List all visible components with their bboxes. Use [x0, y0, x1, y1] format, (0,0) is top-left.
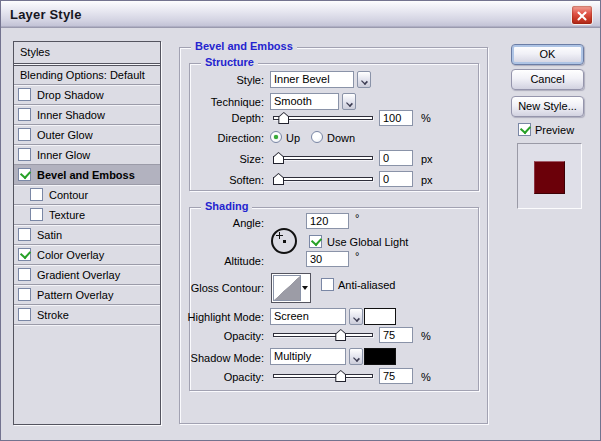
size-unit: px	[421, 153, 433, 165]
sidebar-item-label: Gradient Overlay	[37, 269, 120, 281]
sidebar-item-label: Inner Glow	[37, 149, 90, 161]
sidebar-item-label: Inner Shadow	[37, 109, 105, 121]
gloss-contour-picker[interactable]	[271, 273, 311, 303]
anti-aliased-checkbox[interactable]	[321, 278, 334, 291]
anti-aliased-label: Anti-aliased	[338, 279, 395, 291]
style-checkbox[interactable]	[18, 308, 31, 321]
depth-slider-thumb[interactable]	[278, 112, 289, 124]
preview-swatch	[534, 161, 565, 194]
angle-dial[interactable]	[271, 228, 297, 254]
sidebar-item-label: Contour	[49, 189, 88, 201]
dial-center-dot	[283, 240, 286, 243]
opacity-shadow-slider[interactable]	[273, 369, 373, 383]
style-dropdown-icon[interactable]	[357, 71, 371, 88]
use-global-light-checkbox[interactable]	[309, 235, 322, 248]
sidebar-item-texture[interactable]: Texture	[14, 205, 160, 225]
style-checkbox[interactable]	[18, 168, 31, 181]
direction-up-label: Up	[286, 132, 300, 144]
window-title: Layer Style	[10, 7, 82, 22]
opacity-highlight-track[interactable]	[273, 333, 373, 337]
opacity-shadow-label: Opacity:	[184, 371, 264, 383]
new-style-button[interactable]: New Style...	[511, 96, 584, 117]
size-slider[interactable]	[273, 151, 373, 165]
preview-panel	[517, 143, 582, 209]
depth-input[interactable]	[379, 110, 413, 126]
sidebar-item-contour[interactable]: Contour	[14, 185, 160, 205]
style-checkbox[interactable]	[18, 108, 31, 121]
soften-input[interactable]	[379, 171, 413, 187]
sidebar-item-label: Satin	[37, 229, 62, 241]
size-input[interactable]	[379, 150, 413, 166]
opacity-highlight-slider[interactable]	[273, 328, 373, 342]
structure-group-title: Structure	[201, 56, 258, 68]
style-checkbox[interactable]	[18, 288, 31, 301]
sidebar-item-gradient-overlay[interactable]: Gradient Overlay	[14, 265, 160, 285]
style-select[interactable]: Inner Bevel	[270, 71, 354, 88]
title-bar[interactable]: Layer Style	[1, 1, 600, 28]
angle-label: Angle:	[184, 217, 264, 229]
style-checkbox[interactable]	[18, 248, 31, 261]
sidebar-item-color-overlay[interactable]: Color Overlay	[14, 245, 160, 265]
contour-dropdown-icon[interactable]	[302, 286, 308, 290]
depth-label: Depth:	[184, 112, 264, 124]
style-checkbox[interactable]	[18, 148, 31, 161]
shadow-mode-label: Shadow Mode:	[184, 352, 264, 364]
highlight-mode-dropdown-icon[interactable]	[349, 308, 363, 325]
sidebar-item-stroke[interactable]: Stroke	[14, 305, 160, 325]
opacity-shadow-track[interactable]	[273, 374, 373, 378]
opacity-highlight-unit: %	[421, 330, 431, 342]
highlight-color-swatch[interactable]	[364, 308, 396, 325]
shadow-mode-select[interactable]: Multiply	[270, 348, 346, 365]
depth-slider[interactable]	[273, 111, 373, 125]
style-checkbox[interactable]	[18, 88, 31, 101]
style-checkbox[interactable]	[30, 208, 43, 221]
shadow-color-swatch[interactable]	[364, 348, 396, 365]
technique-select[interactable]: Smooth	[270, 93, 339, 110]
gloss-contour-label: Gloss Contour:	[184, 282, 264, 294]
sidebar-item-satin[interactable]: Satin	[14, 225, 160, 245]
size-slider-thumb[interactable]	[273, 152, 284, 164]
opacity-highlight-thumb[interactable]	[335, 329, 346, 341]
sidebar-item-pattern-overlay[interactable]: Pattern Overlay	[14, 285, 160, 305]
shadow-mode-dropdown-icon[interactable]	[349, 348, 363, 365]
close-icon[interactable]	[571, 5, 593, 25]
soften-slider[interactable]	[273, 172, 373, 186]
sidebar-item-drop-shadow[interactable]: Drop Shadow	[14, 85, 160, 105]
opacity-highlight-input[interactable]	[379, 327, 413, 343]
direction-down-label: Down	[327, 132, 355, 144]
cancel-button[interactable]: Cancel	[511, 69, 584, 90]
style-checkbox[interactable]	[30, 188, 43, 201]
highlight-mode-select[interactable]: Screen	[270, 308, 346, 325]
sidebar-item-inner-glow[interactable]: Inner Glow	[14, 145, 160, 165]
technique-dropdown-icon[interactable]	[342, 93, 356, 110]
style-checkbox[interactable]	[18, 228, 31, 241]
sidebar-item-blending-options[interactable]: Blending Options: Default	[14, 66, 160, 85]
bevel-emboss-group-title: Bevel and Emboss	[191, 40, 297, 52]
layer-style-dialog: Layer Style Styles Blending Options: Def…	[0, 0, 601, 441]
altitude-unit: °	[355, 250, 359, 262]
angle-pointer-icon[interactable]	[276, 232, 283, 239]
opacity-shadow-input[interactable]	[379, 368, 413, 384]
sidebar-item-outer-glow[interactable]: Outer Glow	[14, 125, 160, 145]
sidebar-item-inner-shadow[interactable]: Inner Shadow	[14, 105, 160, 125]
soften-slider-thumb[interactable]	[273, 173, 284, 185]
preview-label: Preview	[535, 124, 574, 136]
styles-list: Drop ShadowInner ShadowOuter GlowInner G…	[14, 85, 160, 325]
direction-up-radio[interactable]	[270, 131, 282, 143]
angle-input[interactable]	[306, 213, 349, 229]
size-slider-track[interactable]	[273, 156, 373, 160]
soften-slider-track[interactable]	[273, 177, 373, 181]
sidebar-item-bevel-and-emboss[interactable]: Bevel and Emboss	[14, 165, 160, 185]
preview-checkbox[interactable]	[518, 123, 531, 136]
ok-button[interactable]: OK	[511, 44, 584, 65]
style-checkbox[interactable]	[18, 128, 31, 141]
sidebar-item-label: Bevel and Emboss	[37, 169, 135, 181]
sidebar-item-label: Stroke	[37, 309, 69, 321]
shading-group-title: Shading	[201, 200, 252, 212]
contour-thumbnail	[273, 275, 301, 301]
size-label: Size:	[184, 153, 264, 165]
altitude-input[interactable]	[306, 251, 349, 267]
opacity-shadow-thumb[interactable]	[335, 370, 346, 382]
direction-down-radio[interactable]	[311, 131, 323, 143]
style-checkbox[interactable]	[18, 268, 31, 281]
